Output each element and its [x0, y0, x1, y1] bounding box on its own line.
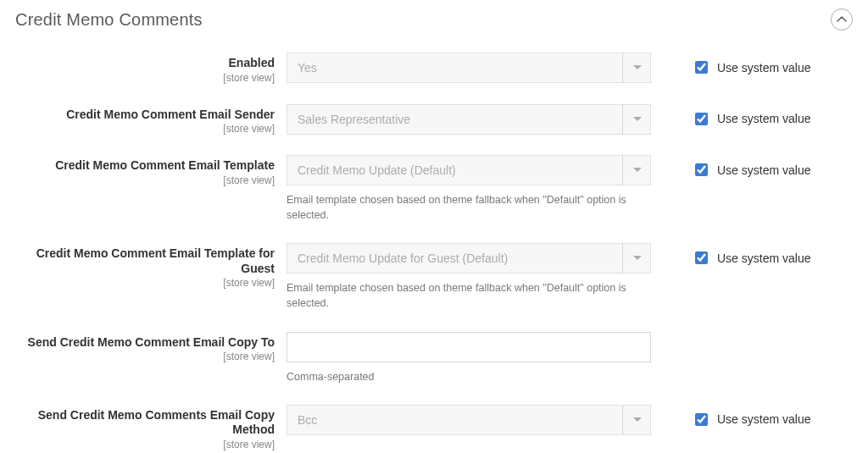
field-row-copy-to: Send Credit Memo Comment Email Copy To […: [15, 332, 853, 384]
use-system-col: Use system value: [651, 405, 810, 428]
field-scope: [store view]: [15, 277, 275, 289]
field-label: Credit Memo Comment Email Template: [15, 158, 275, 174]
use-system-label[interactable]: Use system value: [717, 251, 810, 265]
field-label: Send Credit Memo Comments Email Copy Met…: [15, 408, 275, 438]
field-row-copy-method: Send Credit Memo Comments Email Copy Met…: [15, 405, 853, 450]
select-template-input[interactable]: Credit Memo Update (Default): [287, 155, 651, 185]
field-label: Enabled: [15, 56, 275, 71]
collapse-toggle[interactable]: [831, 8, 853, 30]
control-col: Comma-separated: [287, 332, 651, 384]
input-copy-to[interactable]: [287, 332, 651, 362]
use-system-checkbox-template[interactable]: [695, 163, 708, 176]
control-col: Sales Representative: [287, 104, 651, 135]
field-label: Credit Memo Comment Email Sender: [15, 108, 275, 123]
field-scope: [store view]: [15, 72, 275, 84]
control-col: Credit Memo Update for Guest (Default) E…: [287, 243, 651, 311]
use-system-label[interactable]: Use system value: [717, 112, 810, 125]
use-system-col: [651, 332, 692, 338]
field-scope: [store view]: [15, 174, 275, 186]
field-scope: [store view]: [15, 439, 275, 450]
field-row-sender: Credit Memo Comment Email Sender [store …: [15, 104, 853, 135]
field-label: Credit Memo Comment Email Template for G…: [15, 246, 275, 276]
label-col: Send Credit Memo Comment Email Copy To […: [15, 332, 287, 363]
field-note: Comma-separated: [287, 369, 643, 384]
control-col: Credit Memo Update (Default) Email templ…: [287, 155, 651, 223]
use-system-label[interactable]: Use system value: [717, 163, 810, 177]
chevron-up-icon: [837, 16, 847, 23]
select-sender[interactable]: Sales Representative: [287, 104, 651, 135]
use-system-checkbox-enabled[interactable]: [695, 61, 708, 74]
select-copy-method-input[interactable]: Bcc: [287, 405, 651, 435]
select-enabled-input[interactable]: Yes: [287, 52, 651, 83]
use-system-label[interactable]: Use system value: [717, 61, 810, 75]
use-system-checkbox-template-guest[interactable]: [695, 251, 708, 264]
label-col: Credit Memo Comment Email Sender [store …: [15, 104, 287, 135]
use-system-col: Use system value: [651, 52, 810, 76]
use-system-checkbox-sender[interactable]: [695, 113, 708, 125]
use-system-checkbox-copy-method[interactable]: [695, 413, 708, 426]
control-col: Yes: [287, 52, 651, 83]
field-row-template-guest: Credit Memo Comment Email Template for G…: [15, 243, 853, 311]
use-system-label[interactable]: Use system value: [717, 412, 810, 426]
use-system-col: Use system value: [651, 104, 810, 128]
control-col: Bcc: [287, 405, 651, 435]
section-header: Credit Memo Comments: [15, 8, 853, 30]
field-row-enabled: Enabled [store view] Yes Use system valu…: [15, 52, 853, 84]
select-template-guest-input[interactable]: Credit Memo Update for Guest (Default): [287, 243, 651, 273]
select-enabled[interactable]: Yes: [287, 52, 651, 83]
label-col: Send Credit Memo Comments Email Copy Met…: [15, 405, 287, 450]
field-scope: [store view]: [15, 351, 275, 362]
label-col: Enabled [store view]: [15, 52, 287, 84]
select-template[interactable]: Credit Memo Update (Default): [287, 155, 651, 185]
use-system-col: Use system value: [651, 155, 810, 179]
select-sender-input[interactable]: Sales Representative: [287, 104, 651, 135]
field-label: Send Credit Memo Comment Email Copy To: [15, 335, 275, 351]
select-copy-method[interactable]: Bcc: [287, 405, 651, 435]
field-row-template: Credit Memo Comment Email Template [stor…: [15, 155, 853, 223]
field-scope: [store view]: [15, 123, 275, 135]
field-note: Email template chosen based on theme fal…: [287, 192, 643, 223]
label-col: Credit Memo Comment Email Template [stor…: [15, 155, 287, 186]
field-note: Email template chosen based on theme fal…: [287, 280, 643, 311]
config-section-credit-memo-comments: Credit Memo Comments Enabled [store view…: [0, 0, 868, 453]
select-template-guest[interactable]: Credit Memo Update for Guest (Default): [287, 243, 651, 273]
label-col: Credit Memo Comment Email Template for G…: [15, 243, 287, 289]
use-system-col: Use system value: [651, 243, 810, 267]
section-title: Credit Memo Comments: [15, 10, 203, 30]
